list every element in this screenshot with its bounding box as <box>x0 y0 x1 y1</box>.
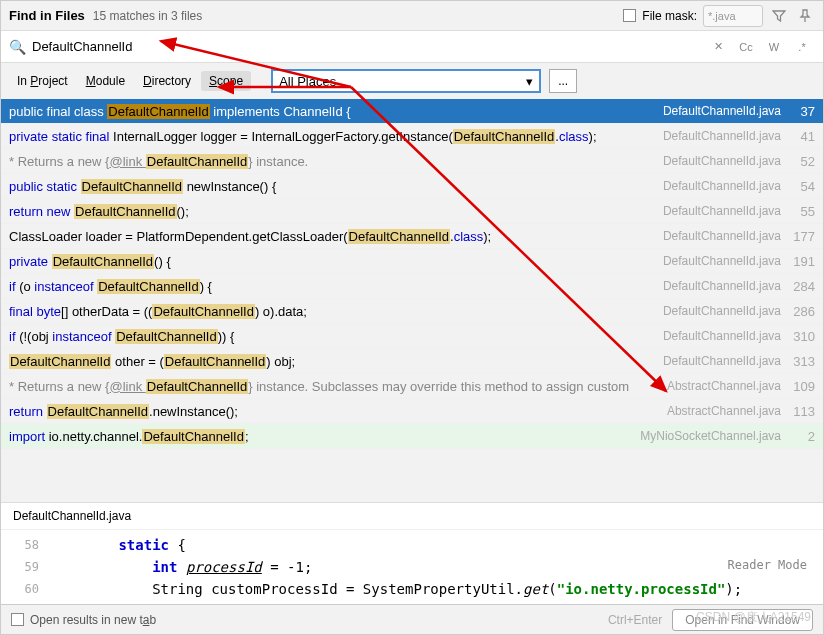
result-file: DefaultChannelId.java <box>663 229 781 243</box>
result-text: final byte[] otherData = ((DefaultChanne… <box>9 304 655 319</box>
dialog-title: Find in Files <box>9 8 85 23</box>
code-text: String customProcessId = SystemPropertyU… <box>51 581 823 597</box>
result-row[interactable]: public static DefaultChannelId newInstan… <box>1 174 823 199</box>
code-preview[interactable]: Reader Mode 58 static {59 int processId … <box>1 530 823 604</box>
scope-tab-scope[interactable]: Scope <box>201 71 251 91</box>
result-line: 286 <box>785 304 815 319</box>
file-mask-input[interactable] <box>703 5 763 27</box>
result-text: if (o instanceof DefaultChannelId) { <box>9 279 655 294</box>
result-text: public final class DefaultChannelId impl… <box>9 104 655 119</box>
match-case-button[interactable]: Cc <box>733 36 759 58</box>
result-text: ClassLoader loader = PlatformDependent.g… <box>9 229 655 244</box>
result-file: DefaultChannelId.java <box>663 254 781 268</box>
open-in-tab-label: Open results in new tab <box>30 613 156 627</box>
preview-filename[interactable]: DefaultChannelId.java <box>1 503 823 530</box>
pin-icon[interactable] <box>795 6 815 26</box>
result-row[interactable]: if (o instanceof DefaultChannelId) {Defa… <box>1 274 823 299</box>
search-row: 🔍 ✕ Cc W .* <box>1 31 823 63</box>
result-file: AbstractChannel.java <box>667 379 781 393</box>
code-line: 58 static { <box>1 534 823 556</box>
result-text: if (!(obj instanceof DefaultChannelId)) … <box>9 329 655 344</box>
result-text: public static DefaultChannelId newInstan… <box>9 179 655 194</box>
scope-dropdown[interactable]: All Places ▾ <box>271 69 541 93</box>
result-file: DefaultChannelId.java <box>663 129 781 143</box>
result-line: 52 <box>785 154 815 169</box>
result-text: private static final InternalLogger logg… <box>9 129 655 144</box>
scope-browse-button[interactable]: ... <box>549 69 577 93</box>
result-file: AbstractChannel.java <box>667 404 781 418</box>
result-line: 55 <box>785 204 815 219</box>
result-line: 191 <box>785 254 815 269</box>
result-row[interactable]: public final class DefaultChannelId impl… <box>1 99 823 124</box>
result-row[interactable]: DefaultChannelId other = (DefaultChannel… <box>1 349 823 374</box>
filter-icon[interactable] <box>769 6 789 26</box>
close-history-icon[interactable]: ✕ <box>705 36 731 58</box>
result-row[interactable]: private DefaultChannelId() {DefaultChann… <box>1 249 823 274</box>
result-line: 310 <box>785 329 815 344</box>
file-mask-checkbox[interactable] <box>623 9 636 22</box>
result-file: DefaultChannelId.java <box>663 329 781 343</box>
result-text: return new DefaultChannelId(); <box>9 204 655 219</box>
scope-tab-module[interactable]: Module <box>78 71 133 91</box>
results-list[interactable]: public final class DefaultChannelId impl… <box>1 99 823 449</box>
search-tools: ✕ Cc W .* <box>705 36 815 58</box>
regex-button[interactable]: .* <box>789 36 815 58</box>
scope-tabs: In ProjectModuleDirectoryScope <box>9 71 251 91</box>
gutter-line-number: 58 <box>1 538 51 552</box>
code-line: 59 int processId = -1; <box>1 556 823 578</box>
result-line: 54 <box>785 179 815 194</box>
header-bar: Find in Files 15 matches in 3 files File… <box>1 1 823 31</box>
shortcut-hint: Ctrl+Enter <box>608 613 662 627</box>
result-file: DefaultChannelId.java <box>663 104 781 118</box>
result-file: DefaultChannelId.java <box>663 279 781 293</box>
result-text: return DefaultChannelId.newInstance(); <box>9 404 659 419</box>
result-line: 113 <box>785 404 815 419</box>
result-file: DefaultChannelId.java <box>663 304 781 318</box>
result-row[interactable]: * Returns a new {@link DefaultChannelId}… <box>1 149 823 174</box>
result-text: private DefaultChannelId() { <box>9 254 655 269</box>
result-text: DefaultChannelId other = (DefaultChannel… <box>9 354 655 369</box>
scope-tab-in-project[interactable]: In Project <box>9 71 76 91</box>
match-count: 15 matches in 3 files <box>93 9 202 23</box>
code-line: 60 String customProcessId = SystemProper… <box>1 578 823 600</box>
chevron-down-icon: ▾ <box>526 74 533 89</box>
result-line: 313 <box>785 354 815 369</box>
result-text: import io.netty.channel.DefaultChannelId… <box>9 429 632 444</box>
code-text: int processId = -1; <box>51 559 823 575</box>
result-file: DefaultChannelId.java <box>663 204 781 218</box>
result-row[interactable]: ClassLoader loader = PlatformDependent.g… <box>1 224 823 249</box>
result-row[interactable]: return new DefaultChannelId();DefaultCha… <box>1 199 823 224</box>
result-line: 37 <box>785 104 815 119</box>
scope-row: In ProjectModuleDirectoryScope All Place… <box>1 63 823 99</box>
scope-tab-directory[interactable]: Directory <box>135 71 199 91</box>
result-row[interactable]: * Returns a new {@link DefaultChannelId}… <box>1 374 823 399</box>
result-file: MyNioSocketChannel.java <box>640 429 781 443</box>
result-row[interactable]: return DefaultChannelId.newInstance();Ab… <box>1 399 823 424</box>
result-file: DefaultChannelId.java <box>663 354 781 368</box>
reader-mode-label[interactable]: Reader Mode <box>728 558 807 572</box>
scope-dropdown-value: All Places <box>279 74 336 89</box>
result-file: DefaultChannelId.java <box>663 154 781 168</box>
code-text: static { <box>51 537 823 553</box>
result-line: 284 <box>785 279 815 294</box>
gutter-line-number: 60 <box>1 582 51 596</box>
watermark: CSDN @废人A21549 <box>696 609 811 626</box>
result-text: * Returns a new {@link DefaultChannelId}… <box>9 154 655 169</box>
search-icon: 🔍 <box>9 39 26 55</box>
result-row[interactable]: private static final InternalLogger logg… <box>1 124 823 149</box>
file-mask-label: File mask: <box>642 9 697 23</box>
result-line: 109 <box>785 379 815 394</box>
result-text: * Returns a new {@link DefaultChannelId}… <box>9 379 659 394</box>
result-file: DefaultChannelId.java <box>663 179 781 193</box>
header-right: File mask: <box>623 5 815 27</box>
result-line: 177 <box>785 229 815 244</box>
preview-section: DefaultChannelId.java Reader Mode 58 sta… <box>1 502 823 604</box>
result-line: 41 <box>785 129 815 144</box>
result-row[interactable]: final byte[] otherData = ((DefaultChanne… <box>1 299 823 324</box>
result-row[interactable]: if (!(obj instanceof DefaultChannelId)) … <box>1 324 823 349</box>
search-input[interactable] <box>32 36 705 58</box>
result-row[interactable]: import io.netty.channel.DefaultChannelId… <box>1 424 823 449</box>
open-in-tab-checkbox[interactable] <box>11 613 24 626</box>
gutter-line-number: 59 <box>1 560 51 574</box>
words-button[interactable]: W <box>761 36 787 58</box>
